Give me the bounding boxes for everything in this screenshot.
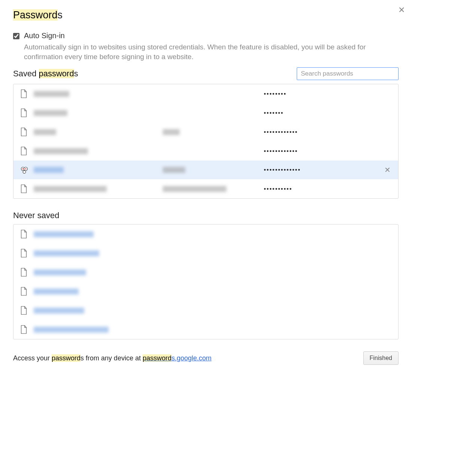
favicon-icon: [20, 166, 28, 174]
password-dots: •••••••••••••: [264, 167, 391, 173]
never-saved-heading: Never saved: [13, 211, 59, 220]
username: [163, 167, 185, 173]
never-saved-row[interactable]: [13, 244, 398, 263]
document-icon: [20, 306, 27, 315]
site-name: [34, 186, 107, 192]
document-icon: [20, 268, 27, 277]
saved-password-row[interactable]: ••••••••••••• ✕: [13, 161, 398, 179]
footer-text: Access your passwords from any device at…: [13, 354, 211, 362]
auto-signin-description: Automatically sign in to websites using …: [24, 42, 399, 61]
site-name: [34, 148, 88, 154]
document-icon: [20, 230, 27, 238]
password-dots: •••••••: [264, 110, 391, 116]
svg-point-2: [22, 168, 24, 170]
auto-signin-label: Auto Sign-in: [24, 31, 65, 40]
saved-passwords-list: •••••••• ••••••• •••••••••••• ••••••••••…: [13, 84, 399, 199]
saved-password-row[interactable]: •••••••: [13, 103, 398, 122]
finished-button[interactable]: Finished: [363, 351, 399, 365]
site-name: [34, 129, 56, 135]
svg-point-3: [25, 168, 26, 170]
search-input[interactable]: [297, 67, 399, 80]
saved-password-row[interactable]: ••••••••••••: [13, 122, 398, 141]
saved-password-row[interactable]: ••••••••: [13, 84, 398, 103]
never-saved-row[interactable]: [13, 320, 398, 339]
never-saved-row[interactable]: [13, 282, 398, 301]
site-name: [34, 110, 67, 116]
svg-point-4: [23, 171, 26, 174]
document-icon: [20, 89, 27, 98]
password-dots: ••••••••••: [264, 186, 391, 192]
delete-row-icon[interactable]: ✕: [383, 164, 392, 176]
site-name: [34, 250, 99, 256]
never-saved-list: [13, 224, 399, 339]
never-saved-row[interactable]: [13, 225, 398, 244]
password-dots: ••••••••••••: [264, 148, 391, 155]
password-dots: ••••••••••••: [264, 129, 391, 135]
document-icon: [20, 325, 27, 334]
site-name: [34, 91, 69, 97]
password-dots: ••••••••: [264, 91, 391, 97]
title-highlight: Password: [13, 9, 58, 21]
saved-passwords-heading: Saved passwords: [13, 69, 78, 79]
site-name: [34, 308, 84, 314]
saved-password-row[interactable]: ••••••••••••: [13, 141, 398, 161]
document-icon: [20, 109, 27, 117]
site-name: [34, 167, 64, 173]
close-icon[interactable]: ✕: [398, 5, 405, 15]
passwords-google-link[interactable]: passwords.google.com: [143, 354, 211, 362]
saved-password-row[interactable]: ••••••••••: [13, 179, 398, 198]
document-icon: [20, 287, 27, 296]
document-icon: [20, 249, 27, 257]
auto-signin-checkbox[interactable]: [13, 33, 19, 39]
username: [163, 186, 226, 192]
username: [163, 129, 180, 135]
title-suffix: s: [58, 9, 63, 21]
site-name: [34, 231, 94, 237]
site-name: [34, 289, 79, 295]
document-icon: [20, 147, 27, 155]
site-name: [34, 327, 109, 333]
document-icon: [20, 128, 27, 136]
site-name: [34, 269, 86, 275]
never-saved-row[interactable]: [13, 301, 398, 320]
never-saved-row[interactable]: [13, 263, 398, 282]
page-title: Passwords: [13, 9, 399, 21]
document-icon: [20, 184, 27, 193]
